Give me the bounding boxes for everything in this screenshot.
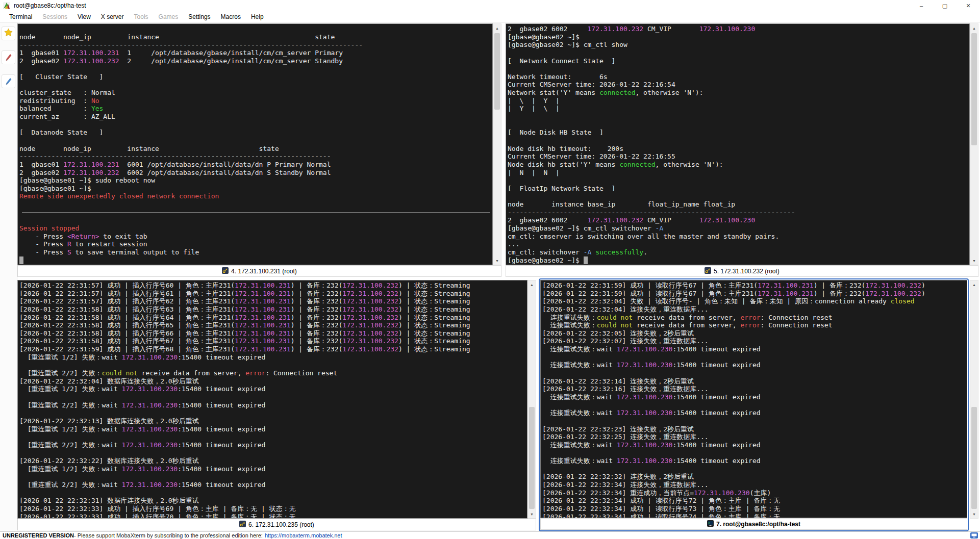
scroll-down-icon[interactable]: ▼: [970, 510, 978, 518]
menu-sessions[interactable]: Sessions: [37, 12, 72, 22]
minimize-button[interactable]: –: [910, 0, 933, 11]
mobaxterm-window: { "window": { "title": "root@gbase8c:/op…: [0, 0, 980, 539]
terminal-pane-5[interactable]: 2 gbase02 6002 172.31.100.232 CM_VIP 172…: [506, 23, 970, 265]
title-bar: root@gbase8c:/opt/ha-test – ▢ ✕: [0, 0, 980, 11]
menu-bar: Terminal Sessions View X server Tools Ga…: [0, 11, 980, 22]
pen-red-icon: [5, 53, 13, 63]
session-key-icon: [222, 267, 229, 275]
pane-footer-label: 4. 172.31.100.231 (root): [231, 268, 297, 275]
mobatek-link[interactable]: https://mobaxterm.mobatek.net: [265, 532, 342, 538]
caption-buttons: – ▢ ✕: [910, 0, 980, 11]
pane-footer-label: 5. 172.31.100.232 (root): [714, 268, 780, 275]
pen-blue-button[interactable]: [2, 74, 15, 88]
sidebar: [0, 22, 17, 531]
pane-footer-5: 5. 172.31.100.232 (root): [506, 265, 978, 277]
scrollbar-pane-5[interactable]: ▲ ▼: [970, 23, 978, 265]
scroll-up-icon[interactable]: ▲: [493, 24, 501, 32]
scroll-down-icon[interactable]: ▼: [493, 256, 501, 265]
status-bar: UNREGISTERED VERSION - Please support Mo…: [0, 531, 980, 539]
terminal-session-icon: [707, 520, 714, 528]
terminal-pane-7[interactable]: [2026-01-22 22:31:59] 成功 | 读取行序号67 | 角色：…: [540, 280, 967, 518]
scroll-up-icon[interactable]: ▲: [970, 24, 978, 32]
menu-view[interactable]: View: [72, 12, 96, 22]
pane-footer-label: 6. 172.31.100.235 (root): [248, 521, 314, 528]
pen-blue-icon: [5, 76, 13, 87]
scroll-thumb[interactable]: [971, 407, 977, 509]
star-icon: [4, 28, 13, 39]
scroll-up-icon[interactable]: ▲: [528, 280, 536, 289]
pane-footer-4: 4. 172.31.100.231 (root): [17, 265, 501, 277]
focused-pane-frame: [2026-01-22 22:31:59] 成功 | 读取行序号67 | 角色：…: [539, 278, 969, 531]
scroll-thumb[interactable]: [529, 407, 535, 509]
pane-footer-6: 6. 172.31.100.235 (root): [17, 519, 536, 530]
mobaxterm-logo-icon: [3, 2, 11, 10]
maximize-button[interactable]: ▢: [933, 0, 957, 11]
scrollbar-pane-6[interactable]: ▲ ▼: [527, 280, 536, 519]
session-key-icon: [705, 267, 711, 275]
pane-footer-7: 7. root@gbase8c:/opt/ha-test: [540, 518, 967, 530]
status-right-icon[interactable]: [970, 532, 978, 539]
close-button[interactable]: ✕: [957, 0, 980, 11]
scroll-thumb[interactable]: [971, 33, 977, 145]
menu-macros[interactable]: Macros: [216, 12, 246, 22]
scroll-down-icon[interactable]: ▼: [970, 256, 978, 265]
menu-terminal[interactable]: Terminal: [4, 12, 37, 22]
scrollbar-pane-4[interactable]: ▲ ▼: [493, 23, 501, 265]
terminal-pane-4[interactable]: node node_ip instance state-------------…: [17, 23, 493, 265]
scroll-thumb[interactable]: [494, 33, 500, 110]
favorites-button[interactable]: [2, 27, 15, 40]
menu-xserver[interactable]: X server: [96, 12, 129, 22]
window-title: root@gbase8c:/opt/ha-test: [14, 2, 86, 9]
terminal-pane-6[interactable]: [2026-01-22 22:31:57] 成功 | 插入行序号60 | 角色：…: [17, 280, 527, 519]
scroll-up-icon[interactable]: ▲: [970, 280, 978, 289]
scroll-down-icon[interactable]: ▼: [528, 510, 536, 518]
unregistered-label: UNREGISTERED VERSION: [3, 532, 74, 538]
status-message: - Please support MobaXterm by subscribin…: [74, 532, 263, 538]
session-key-icon: [239, 521, 246, 529]
scrollbar-pane-7[interactable]: ▲ ▼: [970, 280, 978, 519]
pane-footer-label: 7. root@gbase8c:/opt/ha-test: [716, 521, 800, 528]
menu-tools[interactable]: Tools: [129, 12, 154, 22]
menu-help[interactable]: Help: [246, 12, 269, 22]
menu-settings[interactable]: Settings: [183, 12, 215, 22]
menu-games[interactable]: Games: [154, 12, 184, 22]
pen-red-button[interactable]: [2, 50, 15, 64]
